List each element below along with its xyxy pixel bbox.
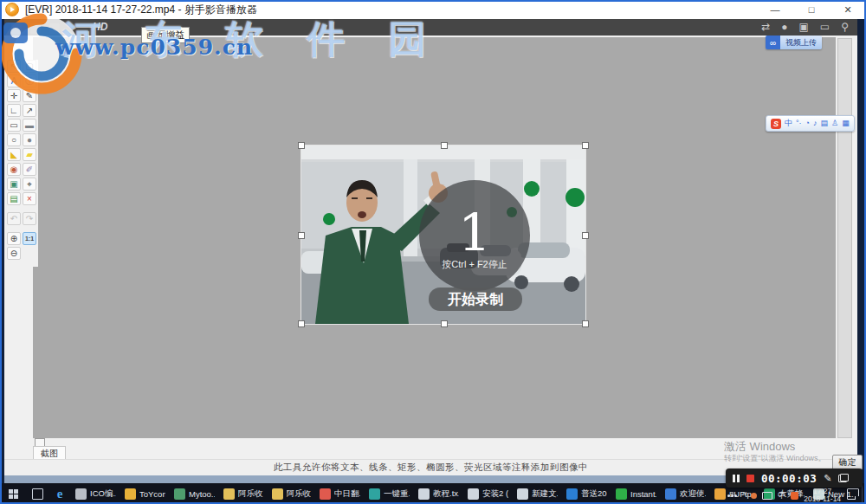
voice-icon[interactable]: ♪ xyxy=(813,117,818,130)
system-tray: ^ 中 17:27 2018-11-14 xyxy=(727,488,841,502)
vertical-scrollbar[interactable] xyxy=(837,37,852,438)
filled-ellipse-tool[interactable]: ● xyxy=(23,133,36,146)
action-center-icon[interactable] xyxy=(847,488,859,500)
taskbar-item[interactable]: 中日翻... xyxy=(315,483,365,504)
upload-link-icon: ∞ xyxy=(766,36,780,49)
selection-handle-e[interactable] xyxy=(582,232,589,239)
redo-button[interactable]: ↷ xyxy=(23,212,36,225)
ellipse-tool[interactable]: ○ xyxy=(7,133,21,146)
task-view-button[interactable] xyxy=(26,483,48,504)
user-tray-icon[interactable] xyxy=(751,493,757,499)
taskbar-item[interactable]: Instant... xyxy=(611,483,661,504)
selection-handle-sw[interactable] xyxy=(298,320,305,327)
actual-size-button[interactable]: 1:1 xyxy=(23,232,36,245)
taskbar-item-label: 阿乐收 xyxy=(287,488,312,500)
crop-tool[interactable]: ▤ xyxy=(7,192,21,205)
task-view-icon xyxy=(32,488,43,500)
snapshot-camera-icon[interactable]: ▣ xyxy=(799,20,809,35)
taskbar-item-icon xyxy=(468,488,479,500)
pause-recording-button[interactable] xyxy=(733,475,740,482)
draw-brush-icon[interactable]: ✎ xyxy=(824,473,831,484)
video-upload-button[interactable]: ∞ 视频上传 xyxy=(766,36,822,49)
zoom-in-button[interactable]: ⊕ xyxy=(7,232,21,245)
taskbar-item-icon xyxy=(566,488,578,500)
eraser-tool[interactable]: ✐ xyxy=(23,163,36,176)
selection-handle-w[interactable] xyxy=(298,232,305,239)
line-tool[interactable]: ∟ xyxy=(7,104,21,117)
taskbar-item[interactable]: 安装2 (... xyxy=(463,483,513,504)
taskbar-item-label: Instant... xyxy=(630,489,656,499)
taskbar-item[interactable]: 欢迎使... xyxy=(661,483,710,504)
recording-timer: 00:00:03 xyxy=(761,472,817,485)
taskbar-item-icon xyxy=(223,488,235,500)
minimize-button[interactable]: — xyxy=(757,0,793,19)
taskbar-item[interactable]: 一键重... xyxy=(365,483,414,504)
taskbar-item-icon xyxy=(616,488,627,500)
clock-icon[interactable]: ◔ xyxy=(805,117,810,130)
selection-handle-ne[interactable] xyxy=(582,142,589,149)
zoom-out-button[interactable]: ⊖ xyxy=(7,247,21,260)
selection-handle-n[interactable] xyxy=(441,142,448,149)
close-button[interactable]: ✕ xyxy=(830,0,866,19)
display-tray-icon[interactable] xyxy=(762,492,772,500)
taskbar-item[interactable]: 新建文... xyxy=(513,483,562,504)
taskbar-item-label: 安装2 (... xyxy=(482,488,508,500)
keyboard-icon[interactable]: ▤ xyxy=(821,117,829,130)
countdown-number: 1 xyxy=(458,203,491,263)
screens-icon[interactable] xyxy=(838,474,849,482)
people-icon[interactable] xyxy=(727,494,737,497)
watermark-url: www.pc0359.cn xyxy=(55,35,253,60)
taskbar-item-icon xyxy=(665,488,676,500)
sogou-tray-icon[interactable] xyxy=(791,492,798,500)
taskbar-item[interactable]: 普送20... xyxy=(562,483,611,504)
taskbar-item-icon xyxy=(272,488,283,500)
video-image: 1 按Ctrl + F2停止 开始录制 xyxy=(301,145,585,324)
video-frame[interactable]: 1 按Ctrl + F2停止 开始录制 xyxy=(301,145,585,324)
stop-recording-button[interactable] xyxy=(746,475,754,482)
status-text: 此工具允许你将文本、线条、矩形、椭圆形、荧光区域等注释添加到图像中 xyxy=(274,462,588,474)
taskbar-item[interactable]: 教程.tx... xyxy=(414,483,463,504)
punctuation-icon[interactable]: °· xyxy=(796,117,802,130)
skin-icon[interactable]: ♙ xyxy=(831,117,838,130)
highlighter-tool[interactable]: ◣ xyxy=(7,148,21,161)
filled-rectangle-tool[interactable]: ▬ xyxy=(23,119,36,132)
loop-icon[interactable]: ⇄ xyxy=(761,20,770,35)
taskbar-item-label: 中日翻... xyxy=(334,488,360,500)
taskbar-item-icon xyxy=(125,488,136,500)
image-tool[interactable]: ▣ xyxy=(7,178,21,191)
sogou-ime-bar[interactable]: S 中°·◔♪▤♙▦ xyxy=(766,115,855,132)
clock[interactable]: 17:27 2018-11-14 xyxy=(804,488,841,503)
ime-mode-icon[interactable]: 中 xyxy=(785,117,792,130)
taskbar-item[interactable]: 阿乐收 xyxy=(268,483,316,504)
edge-browser-button[interactable]: e xyxy=(48,483,71,504)
toolbox-icon[interactable]: ▦ xyxy=(842,117,850,130)
selection-handle-nw[interactable] xyxy=(298,142,305,149)
hidden-icons-chevron[interactable]: ^ xyxy=(742,489,746,501)
show-desktop-button[interactable] xyxy=(862,483,866,504)
taskbar-item-icon xyxy=(369,488,380,500)
taskbar-item[interactable]: Mytoo... xyxy=(170,483,219,504)
sphere-icon[interactable]: ● xyxy=(781,20,787,35)
taskbar-item[interactable]: ToYcon xyxy=(120,483,170,504)
taskbar-item-label: 阿乐收 xyxy=(238,488,263,500)
taskbar-item[interactable]: ICO编.. xyxy=(71,483,120,504)
delete-tool[interactable]: × xyxy=(23,192,36,205)
obfuscate-tool[interactable]: ◉ xyxy=(7,163,21,176)
start-button[interactable] xyxy=(0,483,26,504)
taskbar-item-icon xyxy=(174,488,185,500)
cursor-capture-tool[interactable]: ⌖ xyxy=(23,178,36,191)
taskbar-item-label: ICO编.. xyxy=(90,488,116,500)
maximize-button[interactable]: □ xyxy=(793,0,830,19)
selection-handle-s[interactable] xyxy=(441,320,448,327)
selection-handle-se[interactable] xyxy=(582,320,589,327)
undo-button[interactable]: ↶ xyxy=(7,212,21,225)
rectangle-tool[interactable]: ▭ xyxy=(7,119,21,132)
highlight-area-tool[interactable]: ▰ xyxy=(23,148,36,161)
screen-mode-icon[interactable]: ▭ xyxy=(820,20,830,35)
pin-on-top-icon[interactable]: ⚲ xyxy=(841,20,849,35)
arrow-tool[interactable]: ↗ xyxy=(23,104,36,117)
scrollbar-thumb[interactable] xyxy=(837,38,852,438)
ime-indicator[interactable]: 中 xyxy=(778,489,785,501)
sogou-logo-icon[interactable]: S xyxy=(771,119,781,129)
taskbar-item[interactable]: 阿乐收 xyxy=(219,483,268,504)
